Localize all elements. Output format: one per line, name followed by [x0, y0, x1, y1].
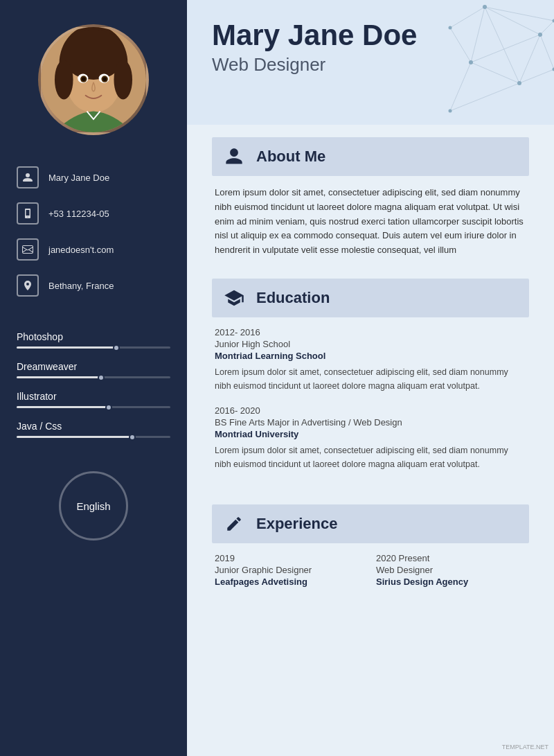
contact-location-item: Bethany, France — [17, 274, 170, 297]
contact-name-item: Mary Jane Doe — [17, 166, 170, 188]
exp-year-1: 2019 — [215, 553, 365, 563]
skill-bar-java-fill — [17, 436, 132, 438]
experience-grid: 2019 Junior Graphic Designer Leafpages A… — [212, 553, 529, 587]
exp-entry-1: 2019 Junior Graphic Designer Leafpages A… — [215, 553, 365, 587]
resume-header: Mary Jane Doe Web Designer — [187, 0, 554, 125]
avatar-section — [0, 0, 187, 159]
exp-year-2: 2020 Present — [376, 553, 526, 563]
edu-school-1: Montriad Learning School — [215, 351, 526, 361]
edu-entry-1: 2012- 2016 Junior High School Montriad L… — [212, 327, 529, 393]
skill-dot-java — [129, 434, 136, 441]
email-icon — [17, 238, 39, 261]
svg-point-6 — [114, 60, 132, 100]
language-label: English — [76, 500, 110, 512]
svg-line-26 — [485, 7, 554, 21]
skill-bar-illustrator-fill — [17, 406, 109, 408]
svg-line-20 — [540, 35, 554, 69]
location-icon — [17, 274, 39, 297]
svg-point-29 — [517, 81, 521, 85]
svg-point-11 — [82, 77, 86, 81]
skill-name-java: Java / Css — [17, 421, 170, 432]
skill-name-photoshop: Photoshop — [17, 331, 170, 342]
svg-point-5 — [55, 60, 73, 100]
edu-entry-2: 2016- 2020 BS Fine Arts Major in Adverti… — [212, 405, 529, 471]
skill-bar-photoshop-fill — [17, 346, 116, 349]
contact-phone-item: +53 112234-05 — [17, 202, 170, 225]
about-text: Lorem ipsum dolor sit amet, consectetuer… — [212, 186, 529, 258]
phone-icon — [17, 202, 39, 225]
skill-bar-illustrator-bg — [17, 406, 170, 408]
education-section-header: Education — [212, 279, 529, 317]
skills-section: Photoshop Dreamweaver Illustrator Java /… — [0, 324, 187, 457]
skill-name-dreamweaver: Dreamweaver — [17, 361, 170, 372]
edu-school-2: Montriad University — [215, 429, 526, 439]
exp-company-1: Leafpages Advetising — [215, 577, 365, 587]
edu-degree-2: BS Fine Arts Major in Advertising / Web … — [215, 417, 526, 428]
skill-dreamweaver: Dreamweaver — [17, 361, 170, 378]
graduation-icon — [222, 285, 247, 310]
watermark: TEMPLATE.NET — [502, 744, 548, 750]
skill-photoshop: Photoshop — [17, 331, 170, 349]
skill-dot-illustrator — [105, 404, 112, 411]
exp-entry-2: 2020 Present Web Designer Sirius Design … — [376, 553, 526, 587]
contact-section: Mary Jane Doe +53 112234-05 janedoesn't.… — [0, 159, 187, 317]
edu-desc-2: Lorem ipsum dolor sit amet, consectetuer… — [215, 443, 526, 471]
svg-point-32 — [449, 109, 452, 113]
experience-section: Experience 2019 Junior Graphic Designer … — [212, 492, 529, 595]
edu-years-1: 2012- 2016 — [215, 327, 526, 337]
skill-dot-dreamweaver — [98, 374, 105, 381]
education-section: Education 2012- 2016 Junior High School … — [212, 266, 529, 492]
person-icon — [17, 166, 39, 188]
svg-point-12 — [102, 77, 107, 81]
skill-bar-dreamweaver-bg — [17, 376, 170, 378]
skill-name-illustrator: Illustrator — [17, 391, 170, 402]
skill-dot-photoshop — [113, 344, 120, 351]
svg-point-27 — [483, 5, 487, 9]
main-content: Mary Jane Doe Web Designer About Me Lore… — [187, 0, 554, 756]
contact-email-item: janedoesn't.com — [17, 238, 170, 261]
about-section: About Me Lorem ipsum dolor sit amet, con… — [212, 125, 529, 266]
education-section-title: Education — [256, 289, 330, 307]
experience-section-header: Experience — [212, 504, 529, 543]
edu-years-2: 2016- 2020 — [215, 405, 526, 416]
skill-bar-photoshop-bg — [17, 346, 170, 349]
header-title: Web Designer — [212, 54, 529, 76]
sidebar: Mary Jane Doe +53 112234-05 janedoesn't.… — [0, 0, 187, 756]
skill-bar-java-bg — [17, 436, 170, 438]
exp-company-2: Sirius Design Agency — [376, 577, 526, 587]
exp-role-2: Web Designer — [376, 565, 526, 575]
edu-degree-1: Junior High School — [215, 339, 526, 349]
exp-role-1: Junior Graphic Designer — [215, 565, 365, 575]
language-section: English — [59, 471, 128, 540]
pencil-icon — [222, 511, 247, 536]
skill-bar-dreamweaver-fill — [17, 376, 101, 378]
skill-java: Java / Css — [17, 421, 170, 438]
skill-illustrator: Illustrator — [17, 391, 170, 408]
edu-desc-1: Lorem ipsum dolor sit amet, consectetuer… — [215, 365, 526, 393]
contact-name: Mary Jane Doe — [48, 173, 109, 183]
about-section-title: About Me — [256, 148, 325, 166]
content-area: About Me Lorem ipsum dolor sit amet, con… — [187, 125, 554, 756]
avatar — [38, 24, 149, 135]
svg-point-28 — [538, 33, 542, 37]
contact-location: Bethany, France — [48, 281, 114, 291]
person-section-icon — [222, 144, 247, 169]
contact-phone: +53 112234-05 — [48, 209, 109, 219]
svg-line-25 — [540, 21, 554, 35]
contact-email: janedoesn't.com — [48, 245, 114, 255]
experience-section-title: Experience — [256, 515, 337, 533]
about-section-header: About Me — [212, 137, 529, 176]
language-circle: English — [59, 471, 128, 540]
header-name: Mary Jane Doe — [212, 19, 529, 51]
